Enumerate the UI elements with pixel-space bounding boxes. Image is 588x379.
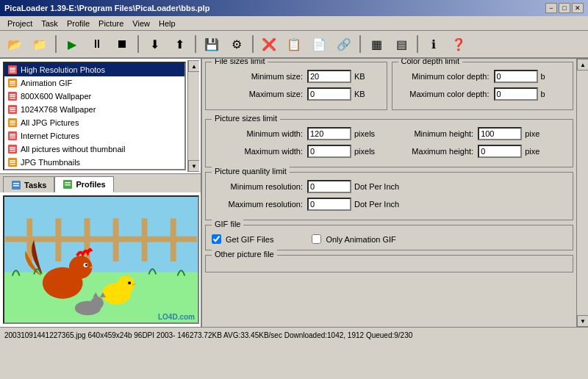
menu-bar: Project Task Profile Picture View Help	[0, 16, 588, 31]
maximize-button[interactable]: □	[559, 3, 570, 13]
menu-task[interactable]: Task	[37, 18, 62, 29]
other-picture-section: Other picture file	[205, 255, 573, 272]
svg-rect-33	[13, 183, 19, 184]
min-height-input[interactable]	[478, 127, 522, 140]
profile-item-6[interactable]: All pictures without thumbnail	[4, 142, 184, 156]
paste-button[interactable]: 📄	[307, 33, 331, 55]
menu-project[interactable]: Project	[3, 18, 37, 29]
get-gif-checkbox[interactable]	[212, 234, 221, 244]
min-res-unit: Dot Per Inch	[354, 182, 399, 191]
profile-label-1: Animation GIF	[21, 79, 72, 87]
tab-tasks[interactable]: Tasks	[3, 176, 54, 192]
min-width-label: Minimum width:	[212, 129, 307, 138]
export-button[interactable]: ⬇	[143, 33, 166, 55]
settings-button[interactable]: ⚙	[225, 33, 248, 55]
profile-item-3[interactable]: 1024X768 Wallpaper	[4, 103, 184, 116]
pause-button[interactable]: ⏸	[85, 33, 109, 55]
menu-help[interactable]: Help	[154, 18, 180, 29]
stop-button[interactable]: ⏹	[110, 33, 134, 55]
only-animation-checkbox[interactable]	[312, 234, 321, 244]
toolbar: 📂 📁 ▶ ⏸ ⏹ ⬇ ⬆ 💾 ⚙ ❌ 📋 📄 🔗 ▦ ▤ ℹ ❓	[0, 31, 588, 59]
max-color-row: Maximum color depth: b	[398, 87, 567, 101]
svg-rect-5	[10, 81, 15, 82]
svg-point-53	[117, 275, 134, 292]
table-view-button[interactable]: ▤	[390, 33, 413, 55]
menu-view[interactable]: View	[128, 18, 154, 29]
svg-rect-29	[10, 160, 15, 162]
profile-item-7[interactable]: JPG Thumbnails	[4, 156, 184, 169]
min-width-input[interactable]	[307, 127, 351, 140]
svg-rect-3	[10, 71, 15, 73]
max-color-label: Maximum color depth:	[398, 90, 494, 98]
tab-bar: Tasks Profiles	[0, 173, 201, 192]
max-width-input[interactable]	[307, 145, 351, 158]
save-button[interactable]: 💾	[200, 33, 223, 55]
profile-icon-6	[7, 144, 18, 154]
svg-rect-44	[142, 218, 148, 261]
open-folder-button[interactable]: 📂	[3, 33, 26, 55]
profile-item-0[interactable]: High Resolution Photos	[4, 63, 184, 76]
svg-rect-11	[10, 98, 15, 99]
svg-rect-7	[10, 84, 15, 86]
right-scroll-up-button[interactable]: ▲	[577, 59, 588, 71]
import-button[interactable]: ⬆	[168, 33, 191, 55]
play-button[interactable]: ▶	[60, 33, 84, 55]
link-button[interactable]: 🔗	[332, 33, 356, 55]
info-button[interactable]: ℹ	[422, 33, 445, 55]
min-res-label: Minimum resolution:	[212, 182, 307, 191]
profile-item-5[interactable]: Internet Pictures	[4, 129, 184, 142]
tasks-icon	[11, 180, 21, 190]
min-color-input[interactable]	[494, 70, 538, 83]
max-size-input[interactable]	[307, 87, 351, 101]
tab-tasks-label: Tasks	[24, 181, 46, 190]
min-size-input[interactable]	[307, 70, 351, 83]
right-panel-scrollbar[interactable]: ▲ ▼	[576, 59, 588, 327]
tab-profiles[interactable]: Profiles	[54, 176, 113, 192]
minimize-button[interactable]: −	[545, 3, 557, 13]
max-color-input[interactable]	[494, 87, 538, 101]
max-width-row: Maximum width: pixels	[212, 145, 375, 158]
min-width-unit: pixels	[354, 129, 375, 138]
right-scroll-down-button[interactable]: ▼	[577, 315, 588, 327]
help-button[interactable]: ❓	[447, 33, 470, 55]
profile-item-4[interactable]: All JPG Pictures	[4, 116, 184, 129]
profile-item-1[interactable]: Animation GIF	[4, 76, 184, 90]
left-panel: High Resolution Photos Animation GIF 800…	[0, 59, 202, 327]
scroll-down-button[interactable]: ▼	[188, 160, 199, 172]
profile-label-6: All pictures without thumbnail	[21, 145, 125, 154]
max-height-input[interactable]	[478, 145, 522, 158]
scroll-up-button[interactable]: ▲	[188, 60, 199, 72]
profile-item-2[interactable]: 800X600 Wallpaper	[4, 90, 184, 103]
max-res-input[interactable]	[307, 198, 351, 211]
profile-list-scrollbar[interactable]: ▲ ▼	[187, 60, 199, 172]
menu-profile[interactable]: Profile	[62, 18, 94, 29]
copy-button[interactable]: 📋	[282, 33, 306, 55]
profile-list: High Resolution Photos Animation GIF 800…	[3, 62, 186, 170]
svg-point-48	[69, 256, 92, 278]
min-size-label: Minimum size:	[212, 72, 307, 81]
profile-icon-3	[7, 104, 18, 115]
close-button[interactable]: ✕	[572, 3, 584, 13]
open-button[interactable]: 📁	[28, 33, 51, 55]
picture-quantity-title: Picture quanlity limit	[212, 167, 290, 176]
profile-icon-7	[7, 157, 18, 167]
min-height-row: Minimum height: pixe	[382, 127, 539, 140]
max-width-unit: pixels	[354, 147, 375, 156]
min-res-input[interactable]	[307, 180, 351, 193]
svg-rect-6	[10, 83, 15, 84]
file-sizes-section: File sizes limit Minimum size: KB Maximu…	[205, 62, 387, 110]
gif-checkboxes-row: Get GIF Files Only Animation GIF	[212, 234, 567, 244]
max-width-label: Maximum width:	[212, 147, 307, 156]
status-text: 20031091441227365.jpg 640x459x24b 96DPI …	[4, 331, 412, 339]
svg-rect-27	[10, 151, 15, 152]
window-title: PicaLoader 1.39-E:\Program Files\PicaLoa…	[4, 4, 209, 12]
min-size-unit: KB	[354, 72, 365, 81]
grid-view-button[interactable]: ▦	[365, 33, 388, 55]
svg-rect-2	[10, 70, 15, 71]
delete-button[interactable]: ❌	[257, 33, 281, 55]
max-res-unit: Dot Per Inch	[354, 200, 399, 209]
menu-picture[interactable]: Picture	[94, 18, 128, 29]
profiles-icon	[62, 179, 73, 190]
max-size-row: Maximum size: KB	[212, 87, 381, 101]
toolbar-separator-6	[417, 35, 418, 53]
